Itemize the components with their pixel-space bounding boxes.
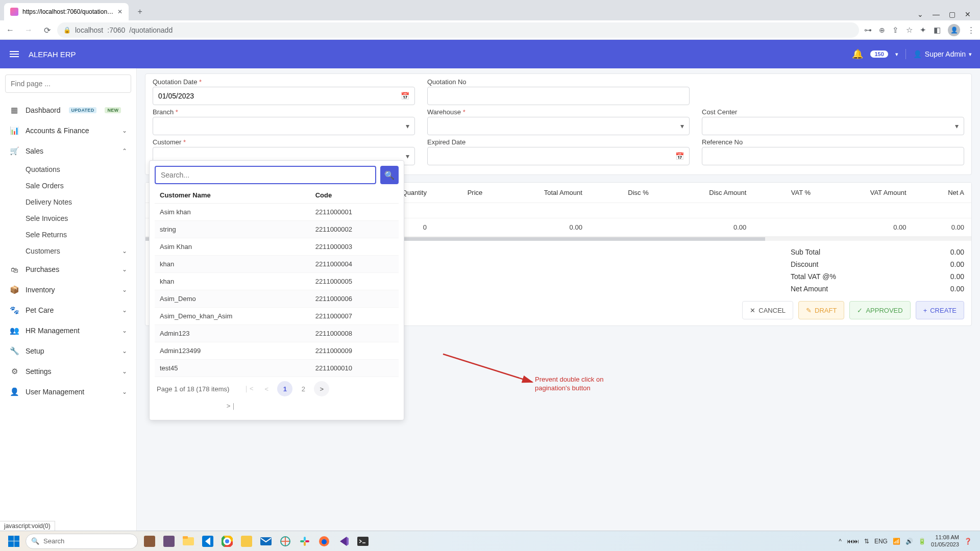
dropdown-icon[interactable]: ⌄ <box>917 10 923 18</box>
tray-icon[interactable]: ❓ <box>964 538 972 545</box>
find-page-input[interactable] <box>5 74 131 93</box>
customer-search-button[interactable]: 🔍 <box>380 166 399 184</box>
sidepanel-icon[interactable]: ◧ <box>934 26 941 35</box>
customer-row[interactable]: string2211000002 <box>155 221 399 238</box>
browser-tab[interactable]: https://localhost:7060/quotation… ✕ <box>4 3 129 20</box>
new-tab-button[interactable]: + <box>133 5 147 19</box>
wifi-icon[interactable]: 📶 <box>893 538 900 545</box>
create-button[interactable]: +CREATE <box>916 301 964 319</box>
chrome-icon[interactable] <box>218 533 236 549</box>
sidebar-subitem-customers[interactable]: Customers⌄ <box>5 243 131 259</box>
cancel-button[interactable]: ✕CANCEL <box>742 301 793 319</box>
back-icon[interactable]: ← <box>5 26 15 35</box>
file-explorer-icon[interactable] <box>180 533 197 549</box>
battery-icon[interactable]: 🔋 <box>918 538 926 545</box>
sidebar-item-accounts-finance[interactable]: 📊Accounts & Finance⌄ <box>5 120 131 141</box>
sidebar-subitem-sele-returns[interactable]: Sele Returns <box>5 227 131 243</box>
pager-last-button[interactable]: >｜ <box>224 398 239 414</box>
taskbar-app-icon[interactable] <box>141 533 158 549</box>
reload-icon[interactable]: ⟳ <box>42 26 52 35</box>
start-button[interactable] <box>4 533 23 549</box>
cost-center-select[interactable]: ▾ <box>702 117 964 135</box>
sidebar-subitem-sale-orders[interactable]: Sale Orders <box>5 178 131 194</box>
firefox-icon[interactable] <box>315 533 333 549</box>
taskbar-search[interactable]: 🔍Search <box>26 534 138 549</box>
cost-center-label: Cost Center <box>702 108 964 116</box>
chevron-up-icon: ⌃ <box>122 147 127 155</box>
expired-date-input[interactable]: 📅 <box>427 147 690 165</box>
sidebar-item-settings[interactable]: ⚙Settings⌄ <box>5 361 131 382</box>
sidebar-subitem-delivery-notes[interactable]: Delivery Notes <box>5 194 131 210</box>
terminal-icon[interactable] <box>354 533 372 549</box>
sidebar-item-user-management[interactable]: 👤User Management⌄ <box>5 382 131 402</box>
svg-point-10 <box>225 539 229 543</box>
vscode-icon[interactable] <box>199 533 216 549</box>
pager-page-1[interactable]: 1 <box>277 381 292 396</box>
star-icon[interactable]: ☆ <box>906 26 913 35</box>
sidebar-subitem-quotations[interactable]: Quotations <box>5 161 131 178</box>
warehouse-select[interactable]: ▾ <box>427 117 690 135</box>
url-input[interactable]: 🔒 localhost:7060/quotationadd <box>57 22 859 38</box>
pager-prev-button[interactable]: < <box>259 381 274 396</box>
branch-select[interactable]: ▾ <box>153 117 415 135</box>
pager-next-button[interactable]: > <box>314 381 329 396</box>
visual-studio-icon[interactable] <box>335 533 352 549</box>
customer-search-input[interactable] <box>155 166 376 184</box>
tray-chevron-icon[interactable]: ^ <box>839 538 842 545</box>
svg-rect-1 <box>144 536 155 547</box>
pager-first-button[interactable]: ｜< <box>240 381 256 396</box>
profile-icon[interactable]: 👤 <box>948 24 960 36</box>
customer-row[interactable]: khan2211000005 <box>155 273 399 290</box>
bell-icon[interactable]: 🔔 <box>852 48 863 60</box>
customer-row[interactable]: Asim_Demo2211000006 <box>155 290 399 308</box>
menu-icon[interactable]: ⋮ <box>967 26 975 35</box>
zoom-icon[interactable]: ⊕ <box>879 26 885 34</box>
sidebar-item-hr-management[interactable]: 👥HR Management⌄ <box>5 320 131 341</box>
sidebar-item-setup[interactable]: 🔧Setup⌄ <box>5 341 131 361</box>
hamburger-icon[interactable] <box>8 48 20 60</box>
customer-row[interactable]: Asim_Demo_khan_Asim2211000007 <box>155 308 399 325</box>
sidebar-item-purchases[interactable]: 🛍Purchases⌄ <box>5 259 131 280</box>
slack-icon[interactable] <box>296 533 313 549</box>
customer-row[interactable]: Asim khan2211000001 <box>155 204 399 221</box>
share-icon[interactable]: ⇪ <box>892 26 899 35</box>
taskbar-app-icon[interactable] <box>238 533 255 549</box>
minimize-icon[interactable]: — <box>933 10 940 18</box>
sidebar-subitem-sele-invoices[interactable]: Sele Invoices <box>5 210 131 227</box>
mail-icon[interactable] <box>257 533 275 549</box>
tray-icon[interactable]: ⇅ <box>864 538 869 545</box>
status-bar-link: javascript:void(0) <box>0 521 55 531</box>
customer-table: Customer Name Code Asim khan2211000001st… <box>155 187 399 377</box>
taskbar-app-icon[interactable] <box>277 533 294 549</box>
tray-clock[interactable]: 11:08 AM01/05/2023 <box>931 534 959 547</box>
quotation-no-input[interactable] <box>427 87 690 105</box>
customer-row[interactable]: test452211000010 <box>155 360 399 377</box>
customer-row[interactable]: khan2211000004 <box>155 256 399 273</box>
key-icon[interactable]: ⊶ <box>864 26 872 35</box>
draft-button[interactable]: ✎DRAFT <box>798 301 844 319</box>
sidebar-item-sales[interactable]: 🛒Sales⌃ <box>5 141 131 161</box>
forward-icon[interactable]: → <box>23 26 34 35</box>
customer-row[interactable]: Asim Khan2211000003 <box>155 238 399 256</box>
reference-no-input[interactable] <box>702 147 964 165</box>
sidebar-item-inventory[interactable]: 📦Inventory⌄ <box>5 280 131 300</box>
sidebar-item-pet-care[interactable]: 🐾Pet Care⌄ <box>5 300 131 320</box>
customer-row[interactable]: Admin1234992211000009 <box>155 342 399 360</box>
tray-lang[interactable]: ENG <box>874 538 888 545</box>
close-icon[interactable]: ✕ <box>965 10 971 18</box>
sidebar-item-label: Pet Care <box>26 306 54 314</box>
customer-row[interactable]: Admin1232211000008 <box>155 325 399 342</box>
taskbar-app-icon[interactable] <box>160 533 178 549</box>
extensions-icon[interactable]: ✦ <box>920 26 926 35</box>
user-menu[interactable]: 👤 Super Admin ▾ <box>913 50 972 58</box>
sidebar-item-label: Setup <box>26 347 44 355</box>
quotation-date-input[interactable]: 01/05/2023📅 <box>153 87 415 105</box>
pager-page-2[interactable]: 2 <box>296 381 311 396</box>
approved-button[interactable]: ✓APPROVED <box>849 301 910 319</box>
sidebar-item-dashbaord[interactable]: ▦DashbaordUPDATEDNEW <box>5 100 131 120</box>
tray-icon[interactable]: ⏮⏭ <box>847 538 859 545</box>
maximize-icon[interactable]: ▢ <box>949 10 955 18</box>
chevron-down-icon[interactable]: ▾ <box>895 51 898 58</box>
volume-icon[interactable]: 🔊 <box>905 538 913 545</box>
tab-close-icon[interactable]: ✕ <box>117 8 122 15</box>
